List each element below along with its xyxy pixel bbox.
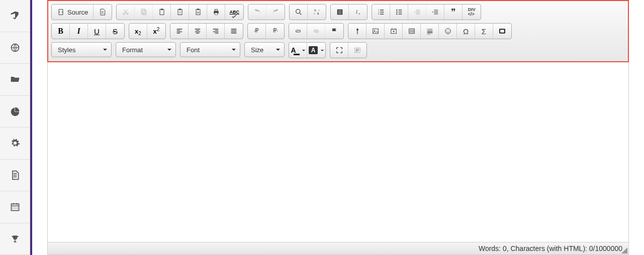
svg-point-34 xyxy=(393,31,394,32)
ltr-button[interactable] xyxy=(248,24,266,39)
paste-text-icon: T xyxy=(176,8,184,16)
subscript-button[interactable]: x2 xyxy=(129,24,147,39)
find-button[interactable] xyxy=(290,5,308,20)
redo-button[interactable] xyxy=(266,5,285,20)
gear-icon xyxy=(10,138,20,148)
unlink-icon xyxy=(312,27,320,35)
remove-format-button[interactable]: Ix xyxy=(349,5,367,20)
cut-button[interactable] xyxy=(117,5,135,20)
format-dropdown[interactable]: Format xyxy=(116,42,176,57)
sidebar-item-documents[interactable] xyxy=(0,160,30,192)
indent-button[interactable] xyxy=(426,5,444,20)
maximize-button[interactable] xyxy=(330,43,348,58)
svg-point-17 xyxy=(296,10,300,14)
size-dropdown[interactable]: Size xyxy=(244,42,285,57)
align-center-button[interactable] xyxy=(189,24,207,39)
paste-icon xyxy=(158,8,166,16)
editor-content[interactable] xyxy=(47,62,629,242)
caret-icon xyxy=(232,49,236,51)
source-button[interactable]: Source xyxy=(52,5,94,20)
hr-button[interactable] xyxy=(421,24,439,39)
format-label: Format xyxy=(122,46,143,54)
svg-rect-15 xyxy=(215,10,217,11)
select-all-button[interactable] xyxy=(331,5,349,20)
marker-button[interactable] xyxy=(348,24,366,39)
file-text-icon xyxy=(10,170,20,180)
bg-color-button[interactable]: A xyxy=(307,43,325,58)
paste-word-icon: W xyxy=(194,8,202,16)
sidebar-item-settings[interactable] xyxy=(0,128,30,160)
sidebar-item-announcements[interactable] xyxy=(0,0,30,32)
blockquote-button[interactable]: ❞ xyxy=(444,5,463,20)
iframe-button[interactable] xyxy=(493,24,511,39)
emoji-button[interactable] xyxy=(439,24,457,39)
svg-rect-30 xyxy=(357,30,357,34)
bullet-list-button[interactable] xyxy=(390,5,408,20)
div-icon: DIV</> xyxy=(468,8,476,17)
align-justify-button[interactable] xyxy=(225,24,243,39)
text-color-icon: A xyxy=(291,46,296,54)
paste-word-button[interactable]: W xyxy=(189,5,207,20)
link-button[interactable] xyxy=(289,24,307,39)
font-dropdown[interactable]: Font xyxy=(180,42,240,57)
rtl-button[interactable] xyxy=(266,24,284,39)
unlink-button[interactable] xyxy=(307,24,325,39)
strike-button[interactable]: S xyxy=(106,24,124,39)
video-button[interactable] xyxy=(385,24,403,39)
print-button[interactable] xyxy=(207,5,225,20)
size-label: Size xyxy=(251,46,263,54)
svg-rect-9 xyxy=(179,9,181,10)
sidebar-item-files[interactable] xyxy=(0,64,30,96)
math-button[interactable]: Σ xyxy=(475,24,493,39)
quote-icon: ❞ xyxy=(451,7,456,18)
italic-button[interactable]: I xyxy=(70,24,88,39)
undo-button[interactable] xyxy=(248,5,266,20)
paste-button[interactable] xyxy=(153,5,171,20)
page-icon xyxy=(99,8,107,16)
editor-statusbar: Words: 0, Characters (with HTML): 0/1000… xyxy=(47,242,629,255)
special-char-button[interactable]: Ω xyxy=(457,24,475,39)
spellcheck-button[interactable]: ABC xyxy=(225,5,243,20)
copy-button[interactable] xyxy=(135,5,153,20)
sidebar-item-calendar[interactable] xyxy=(0,191,30,223)
text-color-button[interactable]: A xyxy=(289,43,307,58)
sidebar-item-globe[interactable] xyxy=(0,32,30,64)
pie-chart-icon xyxy=(10,106,20,116)
svg-text:W: W xyxy=(197,11,200,14)
underline-button[interactable]: U xyxy=(88,24,106,39)
sidebar xyxy=(0,0,30,255)
select-all-icon xyxy=(336,8,344,16)
anchor-button[interactable] xyxy=(325,24,343,39)
svg-point-37 xyxy=(446,30,447,31)
outdent-button[interactable] xyxy=(408,5,426,20)
bg-color-icon: A xyxy=(309,46,318,54)
table-icon xyxy=(408,27,416,35)
new-page-button[interactable] xyxy=(94,5,112,20)
numbered-list-button[interactable]: 123 xyxy=(372,5,390,20)
div-container-button[interactable]: DIV</> xyxy=(463,5,481,20)
align-left-button[interactable] xyxy=(170,24,189,39)
table-button[interactable] xyxy=(403,24,421,39)
bold-button[interactable]: B xyxy=(52,24,70,39)
replace-icon: ba xyxy=(313,8,321,16)
svg-rect-31 xyxy=(373,29,378,33)
bullhorn-icon xyxy=(10,11,20,21)
iframe-icon xyxy=(498,27,506,35)
sidebar-item-reports[interactable] xyxy=(0,96,30,128)
styles-dropdown[interactable]: Styles xyxy=(51,42,112,57)
superscript-button[interactable]: x2 xyxy=(147,24,165,39)
remove-format-icon: Ix xyxy=(354,8,362,16)
replace-button[interactable]: ba xyxy=(308,5,326,20)
styles-label: Styles xyxy=(58,46,75,54)
paste-text-button[interactable]: T xyxy=(171,5,189,20)
resize-grip[interactable] xyxy=(621,247,627,253)
editor-toolbar: Source T W ABC xyxy=(47,0,629,62)
show-blocks-button[interactable] xyxy=(348,43,366,58)
sidebar-item-achievements[interactable] xyxy=(0,223,30,256)
align-right-button[interactable] xyxy=(207,24,225,39)
align-center-icon xyxy=(194,27,202,35)
marker-icon xyxy=(353,27,361,35)
cut-icon xyxy=(122,8,130,16)
ol-icon: 123 xyxy=(377,8,385,16)
image-button[interactable] xyxy=(366,24,385,39)
